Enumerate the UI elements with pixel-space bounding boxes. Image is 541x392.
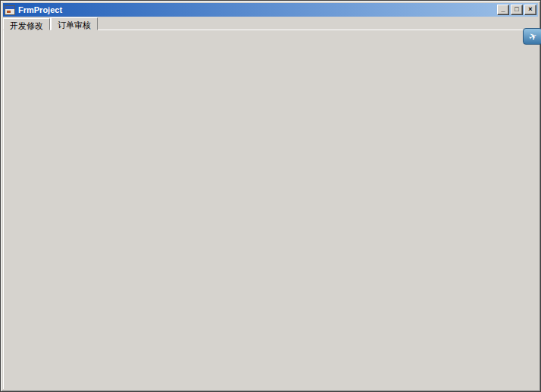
bird-icon-button[interactable]: ✈ [523,28,541,45]
tab-order-audit[interactable]: 订单审核 [51,17,98,30]
title-bar: FrmProject _ □ × [3,3,538,17]
tab-dev-modify[interactable]: 开发修改 [3,18,50,30]
minimize-button[interactable]: _ [497,5,509,15]
tab-strip: 开发修改 订单审核 [3,17,99,30]
tab-page [3,30,538,389]
window-title: FrmProject [18,5,497,14]
bird-icon: ✈ [527,30,538,42]
maximize-button[interactable]: □ [511,5,523,15]
window: FrmProject _ □ × 开发修改 订单审核 ✈ 全选 审核 批量审核 … [0,0,541,392]
close-button[interactable]: × [524,5,536,15]
form-icon [5,5,15,15]
